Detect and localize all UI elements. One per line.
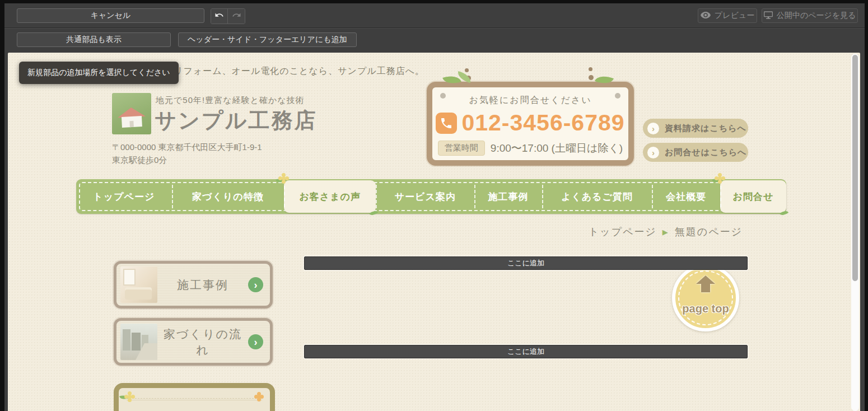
banner-house-flow[interactable]: 家づくりの流れ › [114,318,273,366]
page-top-button[interactable]: page top [672,264,739,331]
cancel-button[interactable]: キャンセル [17,8,204,23]
nail-dot [440,93,446,99]
flower-decoration [257,395,261,399]
hanging-dot [589,75,594,80]
nav-label: お問合せ [733,190,774,203]
contact-signboard: お気軽にお問合せください 012-3456-6789 営業時間 9:00〜17:… [427,82,634,166]
chevron-right-icon: › [647,147,659,158]
global-nav: トップページ 家づくりの特徴 お客さまの声 サービス案内 施工事例 よくあるご質… [76,179,786,214]
banner-works[interactable]: 施工事例 › [114,261,273,309]
leaf-decoration [780,211,788,216]
hours-text: 9:00〜17:00 (土曜日は除く) [491,141,623,156]
arrow-up-icon [696,275,715,292]
site-catchphrase: リフォーム、オール電化のことなら、サンプル工務店へ。 [174,66,424,77]
monitor-icon [764,11,773,21]
undo-icon [214,11,224,21]
leaf-decoration [595,72,614,87]
phone-icon [436,113,457,134]
house-icon [119,107,144,127]
banner-works-label: 施工事例 [157,277,248,293]
contact-lead-text: お気軽にお問合せください [432,95,628,106]
nav-item-services[interactable]: サービス案内 [376,179,474,214]
breadcrumb-current: 無題のページ [675,225,743,239]
nav-label: お客さまの声 [299,190,361,203]
undo-button[interactable] [211,9,228,24]
leaf-decoration [370,211,377,216]
contact-us-label: お問合せはこちらへ [665,147,746,158]
editor-toolbar-bottom: 共通部品も表示 ヘッダー・サイド・フッターエリアにも追加 [4,29,865,52]
add-location-tooltip: 新規部品の追加場所を選択してください [19,62,179,84]
dashed-rule [127,398,262,399]
phone-number: 012-3456-6789 [461,110,624,136]
hanging-dot [465,68,469,72]
undo-redo-group [211,8,245,24]
editor-window: キャンセル プレビュー 公開中のページを見る 共通部品も表示 ヘッダー・サイド・… [4,3,865,411]
nav-item-features[interactable]: 家づくりの特徴 [172,179,284,214]
nav-item-works[interactable]: 施工事例 [474,179,542,214]
address-line-1: 〒000-0000 東京都千代田区大手町1-9-1 [112,141,262,154]
request-docs-button[interactable]: › 資料請求はこちらへ [643,119,748,138]
view-published-button[interactable]: 公開中のページを見る [762,8,858,23]
nav-label: 施工事例 [488,190,529,203]
view-published-label: 公開中のページを見る [777,11,856,21]
scrollbar-thumb[interactable] [852,55,858,281]
preview-button[interactable]: プレビュー [698,8,757,23]
nav-label: よくあるご質問 [561,190,633,203]
scrollbar-track[interactable] [851,54,859,411]
request-docs-label: 資料請求はこちらへ [665,123,746,134]
breadcrumb-home-link[interactable]: トップページ [589,225,657,239]
address-line-2: 東京駅徒歩0分 [112,154,262,167]
nav-item-contact[interactable]: お問合せ [720,180,786,213]
page-top-label: page top [675,302,736,315]
interior-photo [120,267,157,303]
chevron-right-icon: › [647,123,659,134]
page-canvas: 新規部品の追加場所を選択してください リフォーム、オール電化のことなら、サンプル… [8,53,860,411]
redo-icon [232,11,241,21]
company-logo-image [112,93,151,134]
banner-house-flow-label: 家づくりの流れ [157,326,248,358]
nav-label: 会社概要 [666,190,706,203]
chevron-right-icon: › [248,334,263,349]
sidebar-menu-box: Menu [114,383,275,411]
nav-label: サービス案内 [395,190,456,203]
company-name: サンプル工務店 [155,106,318,135]
eye-icon [701,11,711,20]
nav-item-company[interactable]: 会社概要 [652,179,720,214]
preview-label: プレビュー [715,11,754,21]
add-here-bar-top[interactable]: ここに追加 [304,256,748,270]
redo-button[interactable] [228,9,245,24]
hanging-dot [589,67,592,71]
nav-item-customer-voices[interactable]: お客さまの声 [284,180,376,213]
nav-label: トップページ [93,190,155,203]
show-common-parts-button[interactable]: 共通部品も表示 [17,32,171,47]
menu-title-partial: Menu [119,407,270,411]
hours-badge: 営業時間 [438,141,485,156]
company-tagline: 地元で50年!豊富な経験と確かな技術 [156,95,305,106]
nav-item-faq[interactable]: よくあるご質問 [542,179,652,214]
editor-toolbar-top: キャンセル プレビュー 公開中のページを見る [4,3,865,28]
contact-us-button[interactable]: › お問合せはこちらへ [643,143,748,162]
chevron-right-icon: › [248,277,263,292]
add-to-areas-button[interactable]: ヘッダー・サイド・フッターエリアにも追加 [178,32,357,47]
nav-item-top-page[interactable]: トップページ [76,179,172,214]
add-here-bar-bottom[interactable]: ここに追加 [304,345,748,358]
street-photo [120,324,157,360]
breadcrumb-separator-icon: ▶ [662,228,669,236]
breadcrumb: トップページ ▶ 無題のページ [589,225,743,239]
nav-label: 家づくりの特徴 [192,190,264,203]
nail-dot [615,93,620,99]
company-address: 〒000-0000 東京都千代田区大手町1-9-1 東京駅徒歩0分 [112,141,262,166]
